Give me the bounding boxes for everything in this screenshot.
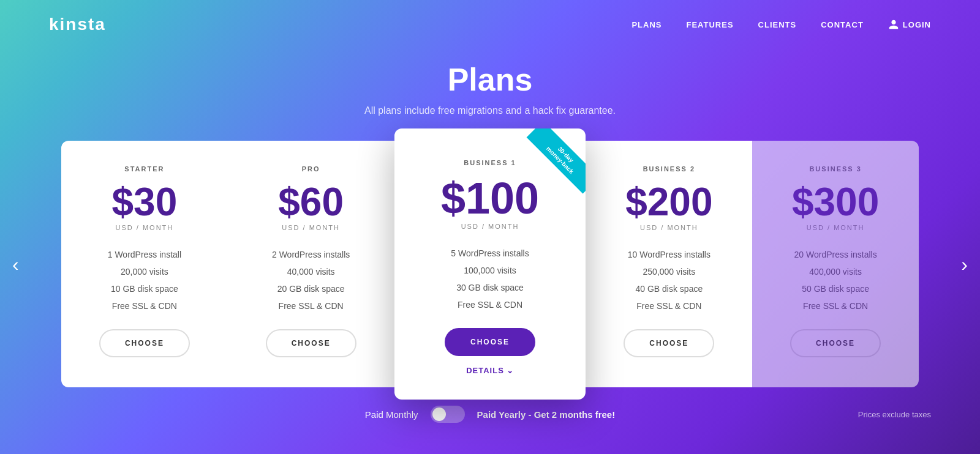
- page-title: Plans: [0, 61, 980, 98]
- prices-note: Prices exclude taxes: [858, 410, 931, 419]
- plan-period-business2: USD / MONTH: [640, 224, 698, 231]
- choose-button-starter[interactable]: CHOOSE: [99, 329, 190, 357]
- billing-toggle: Paid Monthly Paid Yearly - Get 2 months …: [365, 406, 615, 423]
- choose-button-pro[interactable]: CHOOSE: [266, 329, 356, 357]
- choose-button-business2[interactable]: CHOOSE: [624, 329, 714, 357]
- toggle-thumb: [432, 407, 446, 421]
- feature-item: 40 GB disk space: [628, 284, 710, 294]
- chevron-down-icon: ⌄: [507, 366, 514, 375]
- details-label: DETAILS: [466, 366, 504, 375]
- plan-business2: BUSINESS 2 $200 USD / MONTH 10 WordPress…: [586, 141, 752, 387]
- plan-price-business2: $200: [625, 182, 712, 221]
- nav-item-features[interactable]: FEATURES: [687, 20, 734, 29]
- choose-button-business1[interactable]: CHOOSE: [445, 328, 535, 356]
- feature-item: 10 GB disk space: [108, 284, 181, 294]
- nav-links: PLANS FEATURES CLIENTS CONTACT LOGIN: [631, 19, 931, 30]
- login-label: LOGIN: [903, 20, 931, 29]
- plan-features-business3: 20 WordPress installs 400,000 visits 50 …: [794, 250, 877, 311]
- monthly-label: Paid Monthly: [365, 409, 418, 420]
- plan-features-pro: 2 WordPress installs 40,000 visits 20 GB…: [272, 250, 350, 311]
- plan-name-starter: STARTER: [124, 165, 164, 173]
- ribbon-text: 30-daymoney-back: [527, 128, 586, 193]
- feature-item: 1 WordPress install: [108, 250, 181, 259]
- feature-item: 2 WordPress installs: [272, 250, 350, 259]
- yearly-promo-text: - Get 2 months free!: [529, 409, 616, 420]
- feature-item: Free SSL & CDN: [108, 301, 181, 311]
- nav-item-plans[interactable]: PLANS: [631, 20, 662, 29]
- plan-business3: BUSINESS 3 $300 USD / MONTH 20 WordPress…: [752, 141, 919, 387]
- plans-section: ‹ STARTER $30 USD / MONTH 1 WordPress in…: [0, 141, 980, 387]
- plan-price-starter: $30: [111, 182, 177, 221]
- plan-price-pro: $60: [278, 182, 344, 221]
- next-arrow[interactable]: ›: [961, 253, 968, 275]
- yearly-label: Paid Yearly - Get 2 months free!: [477, 409, 616, 420]
- plan-business1: 30-daymoney-back BUSINESS 1 $100 USD / M…: [394, 128, 586, 400]
- feature-item: 20 GB disk space: [272, 284, 350, 294]
- plan-features-business2: 10 WordPress installs 250,000 visits 40 …: [628, 250, 710, 311]
- feature-item: 250,000 visits: [628, 267, 710, 277]
- feature-item: Free SSL & CDN: [272, 301, 350, 311]
- feature-item: 20 WordPress installs: [794, 250, 877, 259]
- navigation: kinsta PLANS FEATURES CLIENTS CONTACT LO…: [0, 0, 980, 49]
- person-icon: [888, 19, 899, 30]
- plan-name-business2: BUSINESS 2: [643, 165, 695, 173]
- hero-subtitle: All plans include free migrations and a …: [0, 105, 980, 116]
- logo[interactable]: kinsta: [49, 15, 106, 34]
- plan-starter: STARTER $30 USD / MONTH 1 WordPress inst…: [61, 141, 228, 387]
- nav-item-contact[interactable]: CONTACT: [821, 20, 864, 29]
- plan-period-starter: USD / MONTH: [116, 224, 174, 231]
- feature-item: 400,000 visits: [794, 267, 877, 277]
- plan-features-starter: 1 WordPress install 20,000 visits 10 GB …: [108, 250, 181, 311]
- choose-button-business3[interactable]: CHOOSE: [790, 329, 881, 357]
- plan-period-business1: USD / MONTH: [461, 223, 519, 230]
- plan-features-business1: 5 WordPress installs 100,000 visits 30 G…: [451, 248, 529, 310]
- feature-item: Free SSL & CDN: [794, 301, 877, 311]
- login-button[interactable]: LOGIN: [888, 19, 931, 30]
- yearly-label-text: Paid Yearly: [477, 409, 526, 420]
- plan-name-business1: BUSINESS 1: [464, 159, 516, 166]
- feature-item: 50 GB disk space: [794, 284, 877, 294]
- nav-item-clients[interactable]: CLIENTS: [758, 20, 797, 29]
- feature-item: 10 WordPress installs: [628, 250, 710, 259]
- details-link[interactable]: DETAILS ⌄: [466, 366, 514, 375]
- ribbon: 30-daymoney-back: [512, 128, 586, 202]
- plan-period-business3: USD / MONTH: [807, 224, 865, 231]
- feature-item: 100,000 visits: [451, 266, 529, 275]
- plan-name-business3: BUSINESS 3: [809, 165, 861, 173]
- feature-item: 30 GB disk space: [451, 283, 529, 292]
- billing-toggle-track[interactable]: [431, 406, 465, 423]
- prev-arrow[interactable]: ‹: [12, 253, 19, 275]
- feature-item: Free SSL & CDN: [451, 300, 529, 310]
- feature-item: 40,000 visits: [272, 267, 350, 277]
- plan-price-business3: $300: [792, 182, 879, 221]
- plan-name-pro: PRO: [302, 165, 320, 173]
- feature-item: Free SSL & CDN: [628, 301, 710, 311]
- feature-item: 5 WordPress installs: [451, 248, 529, 258]
- hero-section: Plans All plans include free migrations …: [0, 49, 980, 141]
- feature-item: 20,000 visits: [108, 267, 181, 277]
- plans-wrapper: STARTER $30 USD / MONTH 1 WordPress inst…: [61, 141, 919, 387]
- plan-period-pro: USD / MONTH: [282, 224, 340, 231]
- plan-pro: PRO $60 USD / MONTH 2 WordPress installs…: [228, 141, 394, 387]
